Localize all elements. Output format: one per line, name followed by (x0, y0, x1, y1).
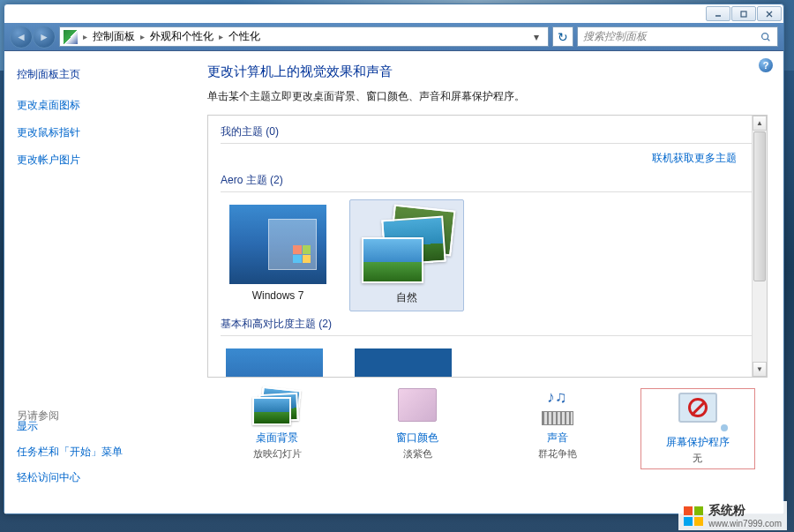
help-icon[interactable]: ? (759, 58, 773, 72)
theme-label: 自然 (356, 290, 458, 305)
search-input[interactable]: 搜索控制面板 (577, 26, 778, 47)
nav-back-button[interactable]: ◄ (10, 26, 33, 49)
theme-thumbnail-icon (229, 205, 326, 284)
themes-list: 我的主题 (0) 联机获取更多主题 Aero 主题 (2) Windows 7 (207, 115, 768, 378)
sidebar-home-link[interactable]: 控制面板主页 (17, 67, 179, 82)
theme-label: Windows 7 (226, 289, 330, 302)
setting-value: 群花争艳 (500, 447, 615, 461)
setting-label: 声音 (500, 431, 615, 446)
theme-thumbnail-icon (358, 206, 455, 285)
scroll-thumb[interactable] (753, 131, 766, 281)
control-panel-window: ◄ ► ▸ 控制面板 ▸ 外观和个性化 ▸ 个性化 ▾ ↻ 搜索控制面板 控制面… (4, 4, 784, 514)
setting-label: 窗口颜色 (360, 431, 475, 446)
get-more-themes-link[interactable]: 联机获取更多主题 (221, 151, 737, 166)
breadcrumb-level1[interactable]: 外观和个性化 (150, 29, 213, 44)
my-themes-label: 我的主题 (0) (221, 124, 754, 144)
svg-rect-1 (741, 11, 746, 17)
address-bar[interactable]: ▸ 控制面板 ▸ 外观和个性化 ▸ 个性化 ▾ (59, 26, 549, 47)
close-button[interactable] (757, 6, 782, 21)
breadcrumb-separator-icon: ▸ (140, 32, 145, 41)
navigation-bar: ◄ ► ▸ 控制面板 ▸ 外观和个性化 ▸ 个性化 ▾ ↻ 搜索控制面板 (4, 23, 783, 51)
watermark-url: www.win7999.com (708, 519, 782, 528)
setting-value: 无 (650, 452, 745, 465)
screensaver-icon (671, 393, 724, 430)
content-area: 控制面板主页 更改桌面图标 更改鼠标指针 更改帐户图片 另请参阅 显示 任务栏和… (4, 51, 783, 513)
theme-nature[interactable]: 自然 (349, 199, 464, 311)
watermark-logo-icon (684, 506, 703, 526)
breadcrumb-separator-icon: ▸ (219, 32, 223, 41)
setting-value: 放映幻灯片 (220, 447, 334, 461)
setting-value: 淡紫色 (360, 447, 475, 461)
page-title: 更改计算机上的视觉效果和声音 (207, 64, 768, 80)
svg-point-4 (762, 33, 768, 39)
control-panel-icon (64, 30, 78, 44)
breadcrumb-level2[interactable]: 个性化 (228, 29, 260, 44)
svg-line-5 (768, 38, 770, 41)
scrollbar[interactable]: ▲ ▼ (752, 116, 767, 377)
page-subtitle: 单击某个主题立即更改桌面背景、窗口颜色、声音和屏幕保护程序。 (207, 89, 768, 104)
sounds-button[interactable]: ♪♫ 声音 群花争艳 (500, 388, 615, 469)
sidebar-link-display[interactable]: 显示 (17, 419, 123, 434)
main-panel: ? 更改计算机上的视觉效果和声音 单击某个主题立即更改桌面背景、窗口颜色、声音和… (191, 51, 783, 513)
theme-basic-1[interactable] (221, 343, 335, 378)
maximize-button[interactable] (731, 6, 756, 21)
theme-thumbnail-icon (226, 348, 323, 378)
sidebar-see-also: 显示 任务栏和「开始」菜单 轻松访问中心 (17, 419, 123, 496)
settings-row: 桌面背景 放映幻灯片 窗口颜色 淡紫色 ♪♫ 声音 群花争艳 (207, 388, 768, 469)
sidebar-link-desktop-icons[interactable]: 更改桌面图标 (17, 98, 179, 113)
scroll-down-button[interactable]: ▼ (753, 362, 767, 377)
window-titlebar (4, 4, 783, 23)
setting-label: 屏幕保护程序 (650, 435, 745, 450)
search-placeholder: 搜索控制面板 (583, 29, 647, 44)
screensaver-button[interactable]: 屏幕保护程序 无 (640, 388, 755, 469)
nav-forward-button[interactable]: ► (33, 26, 56, 49)
refresh-button[interactable]: ↻ (552, 26, 573, 47)
minimize-button[interactable] (706, 6, 730, 21)
nav-arrows: ◄ ► (10, 26, 56, 49)
search-icon (760, 31, 772, 43)
address-dropdown-button[interactable]: ▾ (528, 27, 544, 46)
desktop-background-icon (251, 388, 303, 425)
setting-label: 桌面背景 (220, 431, 334, 446)
breadcrumb-separator-icon: ▸ (83, 32, 87, 41)
window-color-button[interactable]: 窗口颜色 淡紫色 (360, 388, 475, 469)
scroll-up-button[interactable]: ▲ (753, 116, 767, 131)
sidebar-link-taskbar[interactable]: 任务栏和「开始」菜单 (17, 445, 123, 460)
theme-basic-2[interactable] (349, 343, 464, 378)
theme-windows7[interactable]: Windows 7 (221, 199, 335, 311)
watermark: 系统粉 www.win7999.com (678, 501, 787, 530)
sidebar: 控制面板主页 更改桌面图标 更改鼠标指针 更改帐户图片 另请参阅 显示 任务栏和… (4, 51, 191, 513)
sounds-icon: ♪♫ (531, 388, 584, 425)
sidebar-link-mouse-pointers[interactable]: 更改鼠标指针 (17, 125, 179, 140)
basic-themes-label: 基本和高对比度主题 (2) (221, 317, 754, 336)
sidebar-link-ease-of-access[interactable]: 轻松访问中心 (17, 470, 123, 485)
desktop-background-button[interactable]: 桌面背景 放映幻灯片 (220, 388, 334, 469)
theme-thumbnail-icon (355, 348, 452, 378)
watermark-text: 系统粉 (708, 503, 782, 519)
window-color-icon (391, 388, 444, 425)
breadcrumb-root[interactable]: 控制面板 (93, 29, 135, 44)
aero-themes-label: Aero 主题 (2) (221, 173, 754, 192)
sidebar-link-account-picture[interactable]: 更改帐户图片 (17, 153, 179, 168)
